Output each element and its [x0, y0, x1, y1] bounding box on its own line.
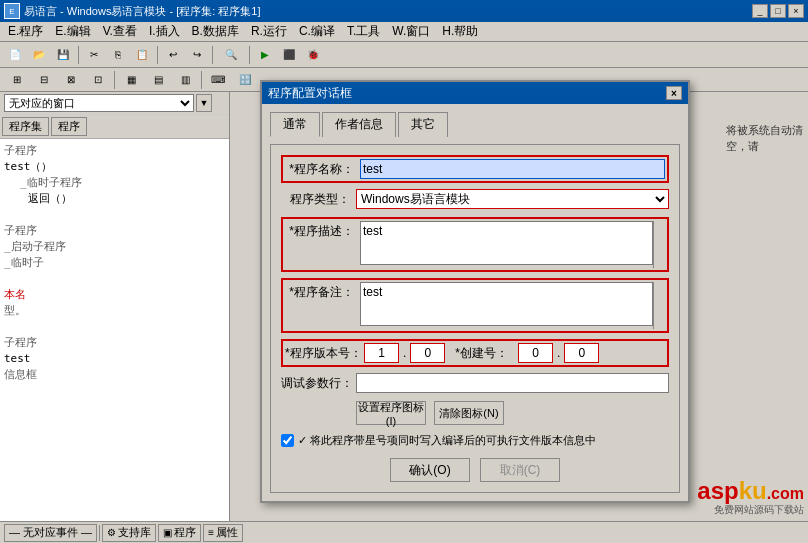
watermark-container: aspku.com 免费网站源码下载站 [697, 479, 804, 517]
debug-label: 调试参数行： [281, 375, 356, 392]
build-minor-input[interactable] [564, 343, 599, 363]
program-desc-container: test [360, 221, 665, 268]
debug-row: 调试参数行： [281, 373, 669, 393]
dialog-overlay: 程序配置对话框 × 通常 作者信息 其它 *程序名称： [0, 0, 808, 543]
version-info-checkbox[interactable] [281, 434, 294, 447]
program-type-select-container: Windows易语言模块 [356, 189, 669, 209]
checkbox-row: ✓ 将此程序带星号项同时写入编译后的可执行文件版本信息中 [281, 433, 669, 448]
build-label: *创建号： [455, 345, 508, 362]
dialog-button-row: 确认(O) 取消(C) [281, 458, 669, 482]
version-minor-input[interactable] [410, 343, 445, 363]
watermark-com: .com [767, 485, 804, 502]
program-note-input[interactable]: test [360, 282, 653, 326]
program-desc-input[interactable]: test [360, 221, 653, 265]
tab-author[interactable]: 作者信息 [322, 112, 396, 137]
version-major-input[interactable] [364, 343, 399, 363]
version-dot2: . [557, 346, 560, 360]
config-dialog: 程序配置对话框 × 通常 作者信息 其它 *程序名称： [260, 80, 690, 503]
version-row: *程序版本号： . *创建号： . [281, 339, 669, 367]
confirm-button[interactable]: 确认(O) [390, 458, 470, 482]
program-note-row: *程序备注： test [281, 278, 669, 333]
program-type-select[interactable]: Windows易语言模块 [356, 189, 669, 209]
watermark-ku: ku [739, 477, 767, 504]
program-name-row: *程序名称： [281, 155, 669, 183]
dialog-close-button[interactable]: × [666, 86, 682, 100]
watermark-asp: asp [697, 477, 738, 504]
program-desc-row: *程序描述： test [281, 217, 669, 272]
main-window: E 易语言 - Windows易语言模块 - [程序集: 程序集1] _ □ ×… [0, 0, 808, 543]
program-note-container: test [360, 282, 665, 329]
desc-scrollbar[interactable] [653, 221, 665, 268]
tab-content-general: *程序名称： 程序类型： Windows易语言模块 [270, 144, 680, 493]
build-major-input[interactable] [518, 343, 553, 363]
debug-input[interactable] [356, 373, 669, 393]
version-dot1: . [403, 346, 406, 360]
dialog-title-bar: 程序配置对话框 × [262, 82, 688, 104]
note-scrollbar[interactable] [653, 282, 665, 329]
checkbox-label: ✓ 将此程序带星号项同时写入编译后的可执行文件版本信息中 [298, 433, 596, 448]
program-note-label: *程序备注： [285, 282, 360, 301]
dialog-body: 通常 作者信息 其它 *程序名称： 程序类型： [262, 104, 688, 501]
clear-icon-button[interactable]: 清除图标(N) [434, 401, 504, 425]
watermark-main: aspku.com [697, 479, 804, 503]
tab-general[interactable]: 通常 [270, 112, 320, 137]
set-icon-button[interactable]: 设置程序图标(I) [356, 401, 426, 425]
tab-other[interactable]: 其它 [398, 112, 448, 137]
dialog-title: 程序配置对话框 [268, 85, 666, 102]
watermark-sub: 免费网站源码下载站 [697, 503, 804, 517]
program-desc-label: *程序描述： [285, 221, 360, 240]
program-type-row: 程序类型： Windows易语言模块 [281, 189, 669, 209]
version-label: *程序版本号： [285, 345, 360, 362]
program-type-label: 程序类型： [281, 191, 356, 208]
cancel-button[interactable]: 取消(C) [480, 458, 560, 482]
dialog-tabs: 通常 作者信息 其它 [270, 112, 680, 137]
icon-buttons-row: 设置程序图标(I) 清除图标(N) [281, 401, 669, 425]
program-name-input[interactable] [360, 159, 665, 179]
program-name-label: *程序名称： [285, 161, 360, 178]
